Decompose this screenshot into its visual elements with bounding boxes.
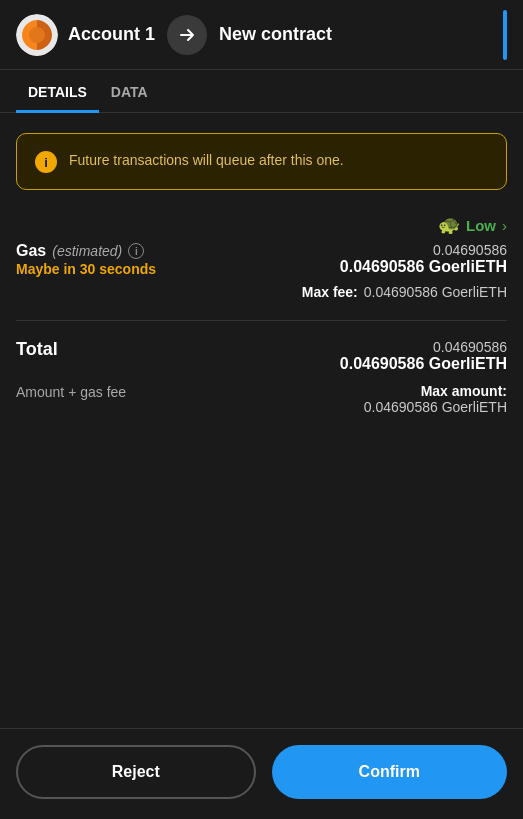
header: Account 1 New contract (0, 0, 523, 70)
gas-timing: Maybe in 30 seconds (16, 260, 156, 278)
footer: Reject Confirm (0, 728, 523, 819)
max-fee-label: Max fee: (302, 284, 358, 300)
info-box-icon: i (35, 151, 57, 173)
gas-speed-row[interactable]: 🐢 Low › (16, 214, 507, 236)
new-contract-label: New contract (219, 24, 332, 45)
total-amount-small: 0.04690586 (340, 339, 507, 355)
max-fee-value: 0.04690586 GoerliETH (364, 284, 507, 300)
max-amount-section: Max amount: 0.04690586 GoerliETH (364, 383, 507, 415)
arrow-circle (167, 15, 207, 55)
max-amount-label: Max amount: (364, 383, 507, 399)
tab-details[interactable]: DETAILS (16, 70, 99, 113)
total-amount-large: 0.04690586 GoerliETH (340, 355, 507, 373)
header-accent-bar (503, 10, 507, 60)
amount-gas-label: Amount + gas fee (16, 383, 126, 403)
account-name: Account 1 (68, 24, 155, 45)
chevron-right-icon: › (502, 217, 507, 234)
tabs-bar: DETAILS DATA (0, 70, 523, 113)
tab-data[interactable]: DATA (99, 70, 160, 113)
gas-values: 0.04690586 0.04690586 GoerliETH (340, 242, 507, 276)
reject-button[interactable]: Reject (16, 745, 256, 799)
gas-label: Gas (estimated) i (16, 242, 156, 260)
info-box-message: Future transactions will queue after thi… (69, 150, 344, 171)
speed-label: Low (466, 217, 496, 234)
main-content: i Future transactions will queue after t… (0, 113, 523, 545)
svg-point-1 (29, 27, 45, 43)
total-section: Total 0.04690586 0.04690586 GoerliETH Am… (16, 339, 507, 415)
max-fee-row: Max fee: 0.04690586 GoerliETH (16, 284, 507, 300)
gas-section: Gas (estimated) i Maybe in 30 seconds 0.… (16, 242, 507, 300)
gas-info-icon[interactable]: i (128, 243, 144, 259)
max-amount-value: 0.04690586 GoerliETH (364, 399, 507, 415)
total-row: Total 0.04690586 0.04690586 GoerliETH (16, 339, 507, 373)
gas-amount-large: 0.04690586 GoerliETH (340, 258, 507, 276)
total-values: 0.04690586 0.04690586 GoerliETH (340, 339, 507, 373)
total-sub-row: Amount + gas fee Max amount: 0.04690586 … (16, 383, 507, 415)
total-label: Total (16, 339, 58, 360)
turtle-icon: 🐢 (438, 214, 460, 236)
gas-row: Gas (estimated) i Maybe in 30 seconds 0.… (16, 242, 507, 278)
divider (16, 320, 507, 321)
logo (16, 14, 58, 56)
confirm-button[interactable]: Confirm (272, 745, 508, 799)
gas-label-group: Gas (estimated) i Maybe in 30 seconds (16, 242, 156, 278)
gas-amount-small: 0.04690586 (340, 242, 507, 258)
info-box: i Future transactions will queue after t… (16, 133, 507, 190)
